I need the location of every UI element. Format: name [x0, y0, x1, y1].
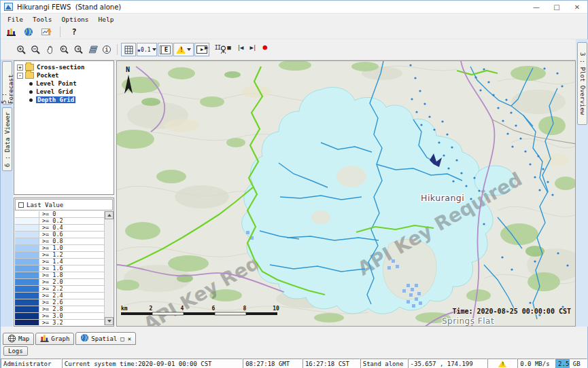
close-tab-icon[interactable]: ✕: [128, 335, 131, 342]
tab-spatial[interactable]: Spatial□✕: [75, 332, 136, 345]
precision-dot-icon: ●: [137, 48, 140, 52]
bottom-tab-bar: MapGraphSpatial□✕: [1, 331, 587, 345]
legend-row-label: >= 2.0: [39, 279, 63, 285]
layers-icon[interactable]: [86, 43, 99, 56]
globe-icon: [80, 333, 89, 344]
tree-expander-icon[interactable]: +: [17, 65, 23, 71]
minimize-button[interactable]: —: [526, 1, 547, 13]
bullet-icon: [29, 82, 33, 86]
tree-item-level-grid[interactable]: Level Grid: [14, 88, 114, 96]
left-tab-data-viewer[interactable]: 6 : Data Viewer: [2, 107, 12, 171]
step-back-button[interactable]: |◀: [237, 44, 243, 51]
playback-controls: ▶II■|◀▶|●: [205, 43, 266, 52]
record-button[interactable]: ●: [262, 43, 266, 52]
warning-triangle-icon: [176, 45, 186, 54]
legend-swatch: [15, 313, 39, 319]
tab-map[interactable]: Map: [3, 333, 34, 345]
stop-button[interactable]: ■: [227, 44, 230, 51]
bullet-icon: [29, 90, 33, 94]
pause-button[interactable]: II: [214, 44, 220, 51]
vertical-scale-button[interactable]: E: [158, 43, 173, 56]
zoom-next-icon[interactable]: [71, 43, 85, 56]
tree-item-label: Depth Grid: [36, 96, 75, 103]
legend-row-label: >= 1.8: [39, 272, 63, 278]
map-canvas: API Key Required API Key Required: [117, 61, 576, 327]
last-value-checkbox[interactable]: [18, 202, 24, 208]
svg-text:10: 10: [273, 306, 279, 312]
play-button[interactable]: ▶: [205, 44, 207, 51]
legend-row-label: >= 1.4: [39, 259, 63, 265]
close-button[interactable]: ✕: [567, 1, 587, 13]
svg-text:2: 2: [150, 306, 153, 312]
warning-triangle-icon: [498, 361, 506, 367]
scroll-up-icon[interactable]: [105, 211, 114, 219]
grid-display-button[interactable]: [121, 43, 136, 56]
status-memory: 2.5 GB: [555, 358, 587, 368]
tab-label: Spatial: [91, 335, 117, 342]
thresholds-dropdown[interactable]: [173, 43, 194, 56]
zoom-previous-icon[interactable]: [57, 43, 71, 56]
tab-label: Graph: [51, 335, 69, 342]
menu-help[interactable]: Help: [94, 15, 119, 24]
legend-row-label: >= 0.4: [39, 225, 63, 231]
scroll-down-icon[interactable]: [105, 317, 114, 325]
step-forward-button[interactable]: ▶|: [250, 44, 256, 51]
menu-bar: FileToolsOptionsHelp: [1, 14, 587, 24]
left-tab-forecast[interactable]: 5 : Forecast: [2, 61, 12, 105]
right-tab-strip: 3 : Plot Overview: [576, 39, 588, 327]
svg-text:km: km: [121, 306, 128, 312]
status-download-speed: 0.0 MB/s: [517, 358, 555, 368]
menu-file[interactable]: File: [3, 15, 28, 24]
toolbar-separator: [60, 26, 60, 37]
legend-row-label: >= 1.6: [39, 265, 63, 272]
maximize-button[interactable]: □: [547, 1, 567, 13]
legend-swatch: [15, 238, 39, 244]
bullet-icon: [29, 98, 33, 102]
status-system-time: Current system time:2020-09-01 00:00 CST: [62, 358, 243, 368]
legend-swatch: [15, 259, 39, 265]
legend-swatch: [15, 245, 39, 251]
tree-item-level-point[interactable]: Level Point: [14, 79, 114, 88]
menu-options[interactable]: Options: [57, 15, 94, 24]
logs-button[interactable]: Logs: [3, 346, 28, 356]
legend-swatch: [15, 320, 39, 325]
status-local-time: 16:27:18 CST: [302, 358, 360, 368]
legend-row[interactable]: >= 3.2: [15, 320, 104, 325]
tree-item-depth-grid[interactable]: Depth Grid: [14, 96, 114, 104]
title-bar: Hikurangi FEWS (Stand alone) — □ ✕: [1, 1, 587, 14]
tree-expander-icon[interactable]: -: [17, 73, 23, 79]
legend-row-label: >= 2.8: [39, 306, 63, 312]
map-view[interactable]: API Key Required API Key Required: [116, 60, 576, 327]
zoom-in-icon[interactable]: [14, 43, 28, 56]
filter-tree-panel: +Cross-section-PocketLevel PointLevel Gr…: [14, 60, 114, 195]
info-icon[interactable]: i: [100, 43, 114, 56]
svg-text:8: 8: [243, 306, 247, 312]
restore-view-icon[interactable]: □: [120, 335, 124, 342]
right-tab-plot-overview[interactable]: 3 : Plot Overview: [577, 42, 587, 125]
value-precision-dropdown[interactable]: ● 0.1: [137, 43, 157, 56]
menu-tools[interactable]: Tools: [28, 15, 57, 24]
legend-scrollbar[interactable]: [104, 211, 113, 325]
tree-item-label: Pocket: [37, 72, 59, 79]
status-gmt-time: 08:27:18 GMT: [243, 358, 302, 368]
svg-text:i: i: [105, 46, 109, 53]
zoom-out-icon[interactable]: [29, 43, 42, 56]
tab-graph[interactable]: Graph: [35, 333, 74, 345]
app-logo-icon: [4, 3, 13, 11]
tree-item-pocket[interactable]: -Pocket: [14, 71, 114, 79]
toolbar-separator: [117, 44, 118, 55]
legend-row-label: >= 0.2: [39, 218, 63, 224]
tree-item-label: Level Grid: [36, 88, 73, 95]
status-warning: [487, 358, 517, 368]
pan-hand-icon[interactable]: [43, 43, 56, 56]
status-mode: Stand alone: [360, 358, 408, 368]
legend-swatch: [15, 279, 39, 285]
legend-row-label: >= 3.0: [39, 313, 63, 319]
chevron-down-icon: [152, 48, 156, 51]
timeseries-chart-icon[interactable]: [39, 26, 53, 38]
help-icon[interactable]: ?: [67, 26, 81, 38]
status-user: Administrator: [1, 358, 62, 368]
globe-icon[interactable]: [22, 26, 35, 38]
database-icon[interactable]: [4, 26, 18, 38]
last-value-checkbox-row[interactable]: Last Value: [15, 199, 113, 210]
